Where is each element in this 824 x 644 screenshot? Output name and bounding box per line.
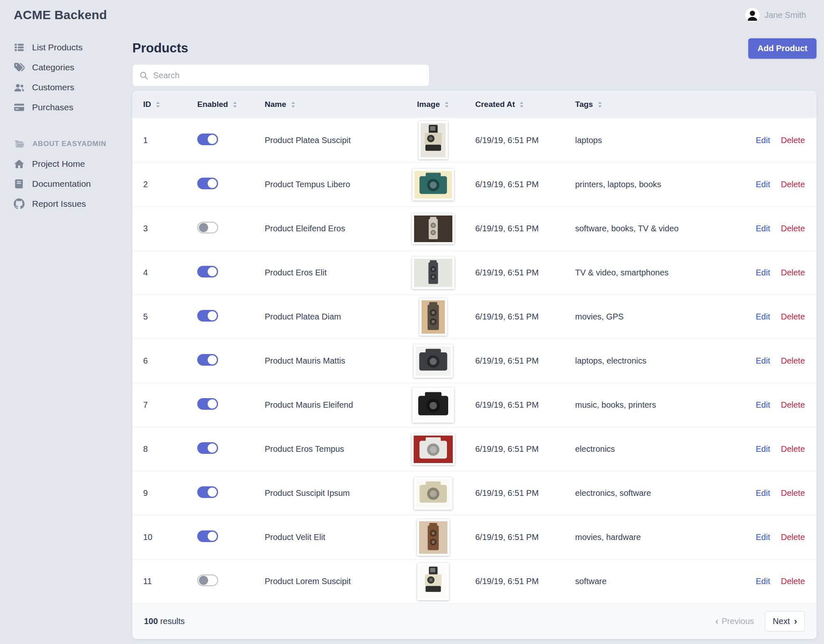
delete-link[interactable]: Delete (781, 400, 805, 410)
next-button[interactable]: Next › (765, 611, 805, 632)
product-tags: electronics, software (564, 488, 745, 498)
search-input[interactable] (153, 71, 422, 80)
sort-icon (519, 101, 524, 108)
delete-link[interactable]: Delete (781, 224, 805, 233)
product-name: Product Velit Elit (254, 533, 402, 542)
main-content: Products Add Product ID Enabled Name Ima… (132, 30, 824, 639)
edit-link[interactable]: Edit (756, 268, 770, 277)
column-header-name[interactable]: Name (254, 100, 402, 109)
table-row: 1 Product Platea Suscipit 6/19/19, 6:51 … (132, 118, 817, 162)
product-id: 2 (132, 180, 186, 189)
home-icon (14, 159, 25, 169)
product-tags: laptops (564, 136, 745, 145)
column-header-enabled[interactable]: Enabled (186, 100, 254, 109)
product-name: Product Lorem Suscipit (254, 577, 402, 586)
edit-link[interactable]: Edit (756, 444, 770, 454)
enabled-toggle[interactable] (197, 398, 218, 410)
user-menu[interactable]: Jane Smith (745, 8, 806, 22)
table-row: 3 Product Eleifend Eros 6/19/19, 6:51 PM… (132, 206, 817, 250)
delete-link[interactable]: Delete (781, 180, 805, 189)
table-body: 1 Product Platea Suscipit 6/19/19, 6:51 … (132, 118, 817, 603)
edit-link[interactable]: Edit (756, 577, 770, 586)
delete-link[interactable]: Delete (781, 488, 805, 498)
enabled-toggle[interactable] (197, 310, 218, 322)
column-header-created-at[interactable]: Created At (464, 100, 564, 109)
edit-link[interactable]: Edit (756, 356, 770, 366)
product-created-at: 6/19/19, 6:51 PM (464, 577, 564, 586)
delete-link[interactable]: Delete (781, 577, 805, 586)
search-icon (139, 71, 148, 80)
sidebar-section-label: ABOUT EASYADMIN (32, 140, 107, 148)
column-header-image[interactable]: Image (402, 100, 464, 109)
add-product-button[interactable]: Add Product (748, 38, 817, 59)
product-id: 6 (132, 356, 186, 366)
product-image (414, 344, 453, 378)
product-name: Product Eros Elit (254, 268, 402, 277)
edit-link[interactable]: Edit (756, 488, 770, 498)
sidebar-item-purchases[interactable]: Purchases (0, 97, 132, 117)
product-image (412, 257, 454, 289)
sort-icon (290, 101, 296, 108)
sidebar-item-project-home[interactable]: Project Home (0, 154, 132, 174)
enabled-toggle[interactable] (197, 442, 218, 454)
top-bar: ACME Backend Jane Smith (0, 0, 824, 30)
enabled-toggle[interactable] (197, 178, 218, 189)
edit-link[interactable]: Edit (756, 224, 770, 233)
sidebar-item-customers[interactable]: Customers (0, 77, 132, 97)
delete-link[interactable]: Delete (781, 268, 805, 277)
delete-link[interactable]: Delete (781, 356, 805, 366)
sort-icon (597, 101, 603, 108)
table-row: 4 Product Eros Elit 6/19/19, 6:51 PM TV … (132, 250, 817, 295)
product-name: Product Eros Tempus (254, 444, 402, 454)
edit-link[interactable]: Edit (756, 180, 770, 189)
column-header-tags[interactable]: Tags (564, 100, 745, 109)
enabled-toggle[interactable] (197, 530, 218, 542)
edit-link[interactable]: Edit (756, 136, 770, 145)
product-image (419, 298, 447, 336)
sort-icon (444, 101, 449, 108)
delete-link[interactable]: Delete (781, 136, 805, 145)
sidebar-section-about: ABOUT EASYADMIN (0, 134, 132, 154)
product-tags: TV & video, smartphones (564, 268, 745, 277)
product-name: Product Mauris Mattis (254, 356, 402, 366)
edit-link[interactable]: Edit (756, 312, 770, 322)
delete-link[interactable]: Delete (781, 533, 805, 542)
enabled-toggle[interactable] (197, 222, 218, 233)
enabled-toggle[interactable] (197, 134, 218, 145)
list-icon (14, 42, 25, 53)
product-tags: movies, hardware (564, 533, 745, 542)
sidebar-item-report-issues[interactable]: Report Issues (0, 194, 132, 214)
product-image (412, 169, 454, 201)
enabled-toggle[interactable] (197, 486, 218, 498)
product-image (412, 433, 455, 465)
edit-link[interactable]: Edit (756, 533, 770, 542)
sidebar-item-categories[interactable]: Categories (0, 57, 132, 77)
product-image (419, 121, 448, 159)
enabled-toggle[interactable] (197, 266, 218, 277)
product-created-at: 6/19/19, 6:51 PM (464, 488, 564, 498)
enabled-toggle[interactable] (197, 354, 218, 366)
enabled-toggle[interactable] (197, 575, 218, 586)
sidebar-item-documentation[interactable]: Documentation (0, 174, 132, 194)
product-created-at: 6/19/19, 6:51 PM (464, 356, 564, 366)
column-header-id[interactable]: ID (132, 100, 186, 109)
product-created-at: 6/19/19, 6:51 PM (464, 444, 564, 454)
users-icon (14, 82, 25, 93)
delete-link[interactable]: Delete (781, 312, 805, 322)
product-id: 11 (132, 577, 186, 586)
sidebar-item-list-products[interactable]: List Products (0, 37, 132, 57)
product-tags: software (564, 577, 745, 586)
previous-button[interactable]: ‹ Previous (715, 617, 754, 626)
product-name: Product Eleifend Eros (254, 224, 402, 233)
product-created-at: 6/19/19, 6:51 PM (464, 312, 564, 322)
product-id: 9 (132, 488, 186, 498)
product-image (414, 477, 452, 510)
edit-link[interactable]: Edit (756, 400, 770, 410)
sidebar-item-label: Report Issues (32, 199, 86, 209)
delete-link[interactable]: Delete (781, 444, 805, 454)
product-created-at: 6/19/19, 6:51 PM (464, 268, 564, 277)
user-name: Jane Smith (764, 10, 806, 20)
product-name: Product Platea Diam (254, 312, 402, 322)
product-tags: electronics (564, 444, 745, 454)
product-created-at: 6/19/19, 6:51 PM (464, 180, 564, 189)
